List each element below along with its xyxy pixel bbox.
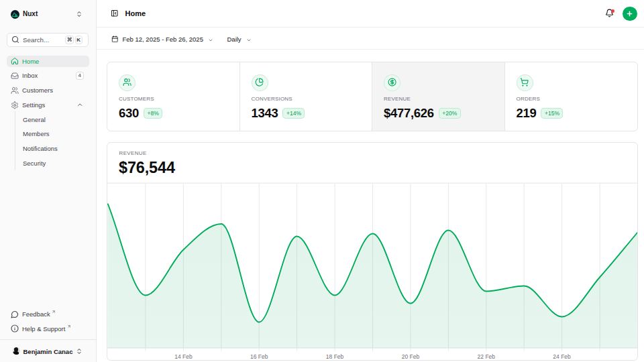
svg-text:24 Feb: 24 Feb [553,353,571,359]
svg-text:14 Feb: 14 Feb [174,353,193,359]
svg-text:18 Feb: 18 Feb [326,353,344,359]
svg-text:22 Feb: 22 Feb [478,353,496,359]
svg-text:16 Feb: 16 Feb [250,353,268,359]
svg-text:20 Feb: 20 Feb [402,353,420,359]
